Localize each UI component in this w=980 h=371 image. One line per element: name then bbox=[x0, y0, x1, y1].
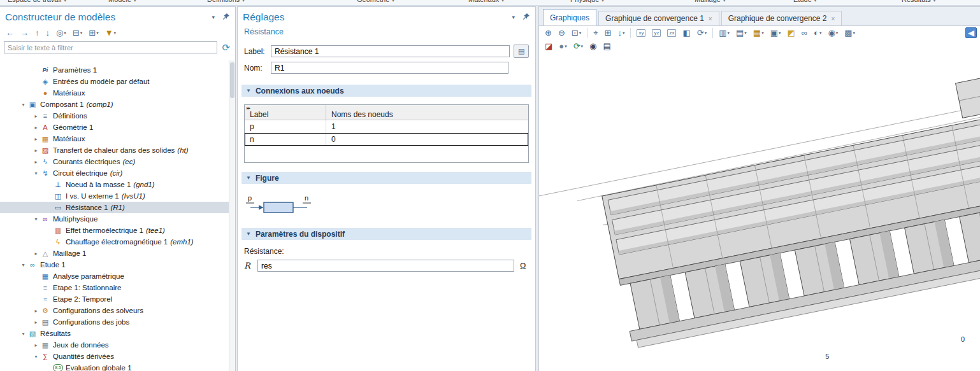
resistance-field[interactable] bbox=[257, 260, 514, 272]
view-zx-button[interactable]: zx bbox=[665, 28, 679, 38]
move-down-button[interactable]: ↓ bbox=[43, 27, 53, 38]
snapshot-button[interactable]: ◉ bbox=[587, 41, 599, 52]
section-device-parameters[interactable]: ▼ Paramètres du dispositif bbox=[241, 228, 531, 240]
tree-item-i-vs-u-externe-1-ivsu1[interactable]: ◫I vs. U externe 1(IvsU1) bbox=[0, 190, 229, 202]
tab-graphique-de-convergence-1[interactable]: Graphique de convergence 1× bbox=[598, 11, 719, 25]
ribbon-tab-espace-de-travail[interactable]: Espace de travail▾ bbox=[8, 0, 66, 3]
tree-item-courants-electriques-ec[interactable]: ▸ϟCourants électriques(ec) bbox=[0, 156, 229, 167]
image-export-button[interactable]: ▣▾ bbox=[768, 27, 784, 38]
close-icon[interactable]: × bbox=[709, 15, 712, 22]
ribbon-tab-geometrie[interactable]: Géométrie▾ bbox=[357, 0, 394, 3]
tree-item-materiaux[interactable]: ●Matériaux bbox=[0, 87, 229, 99]
tree-item-quantites-derivees[interactable]: ▾∑Quantités dérivées bbox=[0, 351, 229, 362]
pin-button[interactable] bbox=[222, 13, 230, 22]
tree-item-etude-1[interactable]: ▾∞Etude 1 bbox=[0, 259, 229, 270]
close-icon[interactable]: × bbox=[831, 15, 835, 22]
tree-item-resistance-1-r1[interactable]: ▭Résistance 1(R1) bbox=[0, 202, 229, 213]
tree-item-analyse-parametrique[interactable]: ▦Analyse paramétrique bbox=[0, 270, 229, 282]
zoom-box-button[interactable]: ⊡▾ bbox=[569, 27, 584, 38]
view-isometric-button[interactable]: ◧ bbox=[680, 27, 693, 38]
collapsed-arrow-icon[interactable]: ▸ bbox=[32, 159, 40, 165]
back-button[interactable]: ← bbox=[3, 27, 17, 38]
graphics-canvas[interactable]: 5 0 bbox=[539, 55, 980, 371]
expanded-arrow-icon[interactable]: ▾ bbox=[19, 102, 27, 108]
toggle-graphics-toolbar-button[interactable]: ◀ bbox=[965, 27, 977, 38]
ribbon-tab-physique[interactable]: Physique▾ bbox=[570, 0, 604, 3]
collapsed-arrow-icon[interactable]: ▸ bbox=[32, 148, 40, 153]
panel-menu-button[interactable]: ▾ bbox=[212, 14, 215, 20]
tree-item-definitions[interactable]: ▸≡Définitions bbox=[0, 110, 229, 122]
ribbon-tab-etude[interactable]: Etude▾ bbox=[793, 0, 816, 3]
table-cell-label[interactable]: n bbox=[245, 133, 326, 145]
collapsed-arrow-icon[interactable]: ▸ bbox=[32, 125, 40, 130]
ribbon-tab-modele[interactable]: Modèle▾ bbox=[108, 0, 136, 3]
tree-item-maillage-1[interactable]: ▸△Maillage 1 bbox=[0, 248, 229, 259]
tree-item-configurations-des-solveurs[interactable]: ▸⚙Configurations des solveurs bbox=[0, 305, 229, 316]
tree-item-composant-1-comp1[interactable]: ▾▣Composant 1(comp1) bbox=[0, 99, 229, 110]
rotate-view-button[interactable]: ⟳▾ bbox=[695, 27, 709, 38]
forward-button[interactable]: → bbox=[18, 27, 31, 38]
table-cell-node-name[interactable]: 0 bbox=[326, 133, 528, 145]
section-figure[interactable]: ▼ Figure bbox=[241, 172, 531, 184]
tree-item-entrees-du-modele-par-defaut[interactable]: ◈Entrées du modèle par défaut bbox=[0, 76, 229, 87]
section-connections[interactable]: ▼ Connexions aux noeuds bbox=[241, 85, 531, 97]
expanded-arrow-icon[interactable]: ▾ bbox=[19, 262, 27, 268]
tree-item-multiphysique[interactable]: ▾∞Multiphysique bbox=[0, 213, 229, 225]
model-tree-filter-button[interactable]: ▼▾ bbox=[103, 27, 119, 38]
expanded-arrow-icon[interactable]: ▾ bbox=[32, 171, 40, 176]
tree-item-resultats[interactable]: ▾▧Résultats bbox=[0, 328, 229, 339]
table-row-p[interactable]: p1 bbox=[245, 120, 528, 133]
collapsed-arrow-icon[interactable]: ▸ bbox=[32, 342, 40, 348]
label-options-button[interactable]: ▤ bbox=[514, 45, 529, 58]
tree-item-materiaux[interactable]: ▸▦Matériaux bbox=[0, 133, 229, 144]
ribbon-tab-resultats[interactable]: Résultats▾ bbox=[902, 0, 935, 3]
tree-item-etape-1-stationnaire[interactable]: ≡Etape 1: Stationnaire bbox=[0, 282, 229, 293]
tree-item-chauffage-electromagnetique-1-emh1[interactable]: ϟChauffage électromagnétique 1(emh1) bbox=[0, 236, 229, 248]
tree-item-transfert-de-chaleur-dans-des-solides-ht[interactable]: ▸▨Transfert de chaleur dans des solides(… bbox=[0, 144, 229, 156]
window-layout-button[interactable]: ▥▾ bbox=[716, 27, 732, 38]
plot-settings-button[interactable]: ▤▾ bbox=[733, 27, 749, 38]
zoom-extents-button[interactable]: ⊞ bbox=[602, 27, 614, 38]
ribbon-tab-maillage[interactable]: Maillage▾ bbox=[695, 0, 725, 3]
move-up-button[interactable]: ↑ bbox=[32, 27, 42, 38]
go-to-default-view-button[interactable]: ⌖ bbox=[591, 27, 600, 38]
collapsed-arrow-icon[interactable]: ▸ bbox=[32, 113, 40, 119]
collapsed-arrow-icon[interactable]: ▸ bbox=[32, 308, 40, 314]
ribbon-tab-definitions[interactable]: Définitions▾ bbox=[207, 0, 245, 3]
tree-filter-input[interactable] bbox=[4, 41, 217, 53]
tree-item-geometrie-1[interactable]: ▸AGéométrie 1 bbox=[0, 122, 229, 133]
collapse-all-button[interactable]: ⊟▾ bbox=[70, 27, 85, 38]
refresh-filter-button[interactable]: ⟳ bbox=[220, 43, 231, 52]
collapsed-arrow-icon[interactable]: ▸ bbox=[32, 319, 40, 325]
tab-graphiques[interactable]: Graphiques bbox=[543, 9, 596, 25]
expanded-arrow-icon[interactable]: ▾ bbox=[32, 216, 40, 222]
label-field[interactable] bbox=[271, 45, 510, 57]
table-cell-node-name[interactable]: 1 bbox=[326, 120, 528, 132]
table-cell-label[interactable]: p bbox=[245, 120, 326, 132]
tree-item-etape-2-temporel[interactable]: ≈Etape 2: Temporel bbox=[0, 293, 229, 305]
tree-item-noeud-a-la-masse-1-gnd1[interactable]: ⊥Noeud à la masse 1(gnd1) bbox=[0, 179, 229, 190]
tree-item-configurations-des-jobs[interactable]: ▸▤Configurations des jobs bbox=[0, 316, 229, 328]
ribbon-tab-materiaux[interactable]: Matériaux▾ bbox=[468, 0, 504, 3]
expand-all-button[interactable]: ⊞▾ bbox=[86, 27, 101, 38]
tree-item-parametres-1[interactable]: PiParamètres 1 bbox=[0, 64, 229, 76]
copy-image-button[interactable]: ▩▾ bbox=[842, 27, 858, 38]
view-yz-button[interactable]: yz bbox=[649, 28, 663, 38]
settings-pin-button[interactable] bbox=[522, 13, 530, 22]
name-field[interactable] bbox=[271, 62, 508, 74]
zoom-out-button[interactable]: ⊖ bbox=[556, 27, 568, 38]
table-row-n[interactable]: n0 bbox=[245, 133, 528, 146]
view-direction-button[interactable]: ↓▾ bbox=[615, 27, 627, 38]
expanded-arrow-icon[interactable]: ▾ bbox=[32, 354, 40, 360]
collapsed-arrow-icon[interactable]: ▸ bbox=[32, 136, 40, 142]
tree-item-evaluation-globale-1[interactable]: 8.5Evaluation globale 1 bbox=[0, 362, 229, 371]
print-button[interactable]: ▤ bbox=[600, 41, 613, 52]
settings-menu-button[interactable]: ▾ bbox=[512, 14, 515, 20]
tree-item-jeux-de-donnees[interactable]: ▸▦Jeux de données bbox=[0, 339, 229, 351]
tree-item-circuit-electrique-cir[interactable]: ▾↯Circuit électrique(cir) bbox=[0, 167, 229, 179]
reset-hiding-button[interactable]: ◪ bbox=[542, 41, 555, 52]
expanded-arrow-icon[interactable]: ▾ bbox=[19, 331, 27, 337]
scene-light-button[interactable]: ◐▾ bbox=[811, 27, 824, 38]
collapsed-arrow-icon[interactable]: ▸ bbox=[32, 251, 40, 256]
visibility-button[interactable]: ◉▾ bbox=[825, 27, 840, 38]
